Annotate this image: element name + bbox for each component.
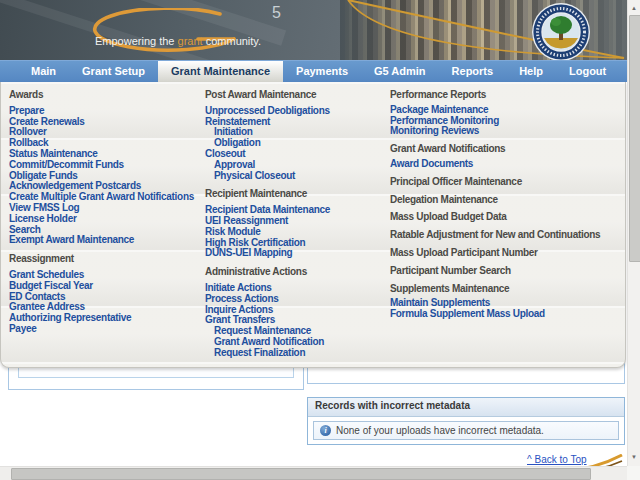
main-nav-bar: MainGrant SetupGrant MaintenancePayments…	[0, 60, 627, 82]
department-of-education-seal-icon	[531, 2, 591, 60]
grant-maintenance-dropdown-menu: AwardsPrepareCreate RenewalsRolloverRoll…	[0, 82, 626, 368]
back-to-top-link[interactable]: ^ Back to Top	[527, 454, 587, 465]
menu-link-formula-supplement-mass-upload[interactable]: Formula Supplement Mass Upload	[390, 309, 608, 320]
nav-item-grant-maintenance[interactable]: Grant Maintenance	[158, 61, 283, 82]
menu-section-performance-reports: Performance Reports	[390, 90, 608, 101]
menu-link-budget-fiscal-year[interactable]: Budget Fiscal Year	[9, 281, 199, 292]
menu-section-participant-number-search: Participant Number Search	[390, 266, 608, 277]
nav-item-payments[interactable]: Payments	[283, 61, 361, 82]
vertical-scrollbar-thumb[interactable]	[629, 15, 640, 262]
menu-link-approval[interactable]: Approval	[205, 160, 387, 171]
menu-section-delegation-maintenance: Delegation Maintenance	[390, 195, 608, 206]
menu-column-performance: Performance ReportsPackage MaintenancePe…	[390, 88, 608, 320]
nav-item-logout[interactable]: Logout	[556, 61, 619, 82]
menu-link-exempt-award-maintenance[interactable]: Exempt Award Maintenance	[9, 235, 199, 246]
nav-item-g5-admin[interactable]: G5 Admin	[361, 61, 439, 82]
menu-link-monitoring-reviews[interactable]: Monitoring Reviews	[390, 126, 608, 137]
nav-item-reports[interactable]: Reports	[439, 61, 507, 82]
menu-link-authorizing-representative[interactable]: Authorizing Representative	[9, 313, 199, 324]
g5-logo-number: 5	[272, 4, 282, 22]
menu-section-awards: Awards	[9, 90, 199, 101]
menu-section-principal-officer-maintenance: Principal Officer Maintenance	[390, 177, 608, 188]
g5-logo-icon	[82, 8, 262, 56]
top-banner: 5 Empowering the grant community.	[0, 0, 627, 60]
menu-column-post-award: Post Award MaintenanceUnprocessed Deobli…	[205, 88, 387, 359]
menu-link-payee[interactable]: Payee	[9, 324, 199, 335]
menu-link-license-holder[interactable]: License Holder	[9, 214, 199, 225]
menu-section-ratable-adjustment-for-new-and-continuations: Ratable Adjustment for New and Continuat…	[390, 230, 608, 241]
vertical-scrollbar[interactable]: ▲ ▼	[627, 0, 640, 466]
nav-item-main[interactable]: Main	[18, 61, 69, 82]
menu-section-supplements-maintenance: Supplements Maintenance	[390, 284, 608, 295]
records-incorrect-metadata-panel: Records with incorrect metadata i None o…	[307, 397, 625, 445]
menu-section-post-award-maintenance: Post Award Maintenance	[205, 90, 387, 101]
menu-section-reassignment: Reassignment	[9, 254, 199, 265]
records-panel-title: Records with incorrect metadata	[308, 398, 624, 417]
menu-section-recipient-maintenance: Recipient Maintenance	[205, 189, 387, 200]
menu-column-awards: AwardsPrepareCreate RenewalsRolloverRoll…	[9, 88, 199, 335]
menu-link-duns-uei-mapping[interactable]: DUNS-UEI Mapping	[205, 248, 387, 259]
scrollbar-corner	[627, 466, 640, 480]
menu-link-package-maintenance[interactable]: Package Maintenance	[390, 105, 608, 116]
records-message-box: i None of your uploads have incorrect me…	[313, 421, 619, 440]
menu-link-request-finalization[interactable]: Request Finalization	[205, 348, 387, 359]
banner-tagline: Empowering the grant community.	[95, 35, 261, 47]
horizontal-scrollbar-thumb[interactable]	[11, 468, 591, 480]
menu-link-award-documents[interactable]: Award Documents	[390, 159, 608, 170]
tagline-grant-word: grant	[178, 35, 203, 47]
menu-link-commit-decommit-funds[interactable]: Commit/Decommit Funds	[9, 160, 199, 171]
info-icon: i	[320, 425, 331, 436]
menu-section-mass-upload-participant-number: Mass Upload Participant Number	[390, 248, 608, 259]
scroll-up-arrow-icon[interactable]: ▲	[628, 1, 640, 14]
menu-link-unprocessed-deobligations[interactable]: Unprocessed Deobligations	[205, 106, 387, 117]
menu-section-mass-upload-budget-data: Mass Upload Budget Data	[390, 212, 608, 223]
nav-item-help[interactable]: Help	[506, 61, 556, 82]
menu-section-grant-award-notifications: Grant Award Notifications	[390, 144, 608, 155]
menu-section-administrative-actions: Administrative Actions	[205, 267, 387, 278]
menu-link-risk-module[interactable]: Risk Module	[205, 227, 387, 238]
records-message-text: None of your uploads have incorrect meta…	[336, 425, 544, 436]
menu-link-process-actions[interactable]: Process Actions	[205, 294, 387, 305]
scroll-down-arrow-icon[interactable]: ▼	[628, 450, 640, 463]
nav-item-grant-setup[interactable]: Grant Setup	[69, 61, 158, 82]
menu-link-physical-closeout[interactable]: Physical Closeout	[205, 171, 387, 182]
menu-link-prepare[interactable]: Prepare	[9, 106, 199, 117]
